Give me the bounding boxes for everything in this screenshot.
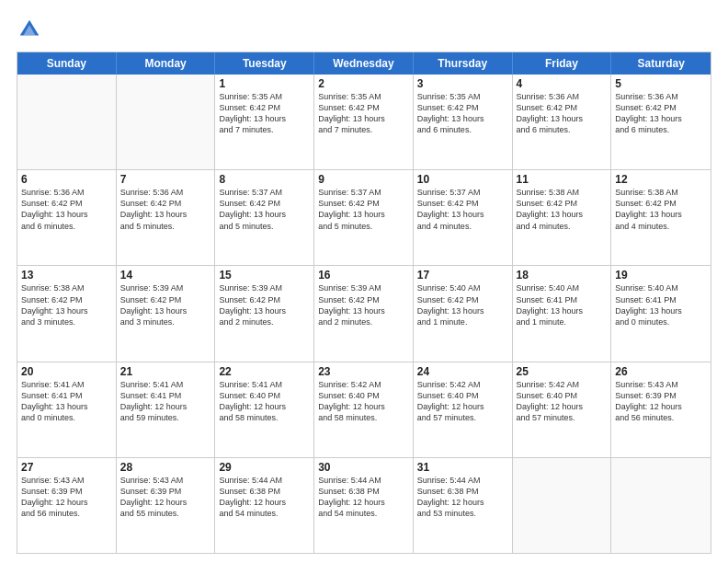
day-info: Sunrise: 5:41 AM Sunset: 6:41 PM Dayligh… <box>120 379 211 424</box>
day-number: 7 <box>120 173 211 186</box>
day-info: Sunrise: 5:44 AM Sunset: 6:38 PM Dayligh… <box>219 475 310 520</box>
calendar: SundayMondayTuesdayWednesdayThursdayFrid… <box>17 52 711 554</box>
day-info: Sunrise: 5:44 AM Sunset: 6:38 PM Dayligh… <box>417 475 508 520</box>
day-info: Sunrise: 5:38 AM Sunset: 6:42 PM Dayligh… <box>21 282 112 327</box>
day-info: Sunrise: 5:39 AM Sunset: 6:42 PM Dayligh… <box>120 282 211 327</box>
day-number: 28 <box>120 461 211 474</box>
day-cell-23: 23Sunrise: 5:42 AM Sunset: 6:40 PM Dayli… <box>314 362 414 457</box>
day-info: Sunrise: 5:37 AM Sunset: 6:42 PM Dayligh… <box>318 187 409 232</box>
day-cell-30: 30Sunrise: 5:44 AM Sunset: 6:38 PM Dayli… <box>314 458 414 553</box>
day-cell-8: 8Sunrise: 5:37 AM Sunset: 6:42 PM Daylig… <box>215 170 314 265</box>
day-cell-18: 18Sunrise: 5:40 AM Sunset: 6:41 PM Dayli… <box>513 266 612 361</box>
day-number: 9 <box>318 173 409 186</box>
header-day-thursday: Thursday <box>414 52 513 75</box>
day-info: Sunrise: 5:40 AM Sunset: 6:42 PM Dayligh… <box>417 282 508 327</box>
day-cell-14: 14Sunrise: 5:39 AM Sunset: 6:42 PM Dayli… <box>117 266 216 361</box>
day-cell-29: 29Sunrise: 5:44 AM Sunset: 6:38 PM Dayli… <box>215 458 314 553</box>
day-cell-27: 27Sunrise: 5:43 AM Sunset: 6:39 PM Dayli… <box>17 458 117 553</box>
day-cell-31: 31Sunrise: 5:44 AM Sunset: 6:38 PM Dayli… <box>414 458 513 553</box>
day-number: 17 <box>417 269 508 282</box>
day-number: 22 <box>219 365 310 378</box>
day-number: 12 <box>615 173 707 186</box>
day-info: Sunrise: 5:37 AM Sunset: 6:42 PM Dayligh… <box>417 187 508 232</box>
day-info: Sunrise: 5:42 AM Sunset: 6:40 PM Dayligh… <box>517 379 608 424</box>
day-number: 8 <box>219 173 310 186</box>
day-cell-26: 26Sunrise: 5:43 AM Sunset: 6:39 PM Dayli… <box>611 362 711 457</box>
day-number: 19 <box>615 269 707 282</box>
day-info: Sunrise: 5:44 AM Sunset: 6:38 PM Dayligh… <box>318 475 409 520</box>
day-number: 20 <box>21 365 112 378</box>
header-day-monday: Monday <box>117 52 216 75</box>
day-number: 30 <box>318 461 409 474</box>
day-number: 11 <box>517 173 608 186</box>
day-info: Sunrise: 5:35 AM Sunset: 6:42 PM Dayligh… <box>219 91 310 136</box>
day-number: 21 <box>120 365 211 378</box>
header <box>17 17 711 42</box>
day-info: Sunrise: 5:36 AM Sunset: 6:42 PM Dayligh… <box>120 187 211 232</box>
day-number: 25 <box>517 365 608 378</box>
page: SundayMondayTuesdayWednesdayThursdayFrid… <box>0 0 728 563</box>
day-info: Sunrise: 5:35 AM Sunset: 6:42 PM Dayligh… <box>318 91 409 136</box>
day-number: 4 <box>517 77 608 90</box>
day-info: Sunrise: 5:40 AM Sunset: 6:41 PM Dayligh… <box>615 282 707 327</box>
day-number: 15 <box>219 269 310 282</box>
day-cell-17: 17Sunrise: 5:40 AM Sunset: 6:42 PM Dayli… <box>414 266 513 361</box>
header-day-sunday: Sunday <box>17 52 117 75</box>
empty-cell <box>513 458 612 553</box>
day-number: 1 <box>219 77 310 90</box>
day-info: Sunrise: 5:37 AM Sunset: 6:42 PM Dayligh… <box>219 187 310 232</box>
logo-icon <box>17 17 42 42</box>
day-cell-20: 20Sunrise: 5:41 AM Sunset: 6:41 PM Dayli… <box>17 362 117 457</box>
day-cell-10: 10Sunrise: 5:37 AM Sunset: 6:42 PM Dayli… <box>414 170 513 265</box>
day-number: 24 <box>417 365 508 378</box>
day-number: 29 <box>219 461 310 474</box>
day-info: Sunrise: 5:42 AM Sunset: 6:40 PM Dayligh… <box>417 379 508 424</box>
day-info: Sunrise: 5:35 AM Sunset: 6:42 PM Dayligh… <box>417 91 508 136</box>
day-number: 26 <box>615 365 707 378</box>
day-cell-6: 6Sunrise: 5:36 AM Sunset: 6:42 PM Daylig… <box>17 170 117 265</box>
day-info: Sunrise: 5:36 AM Sunset: 6:42 PM Dayligh… <box>517 91 608 136</box>
week-row-4: 20Sunrise: 5:41 AM Sunset: 6:41 PM Dayli… <box>17 362 711 457</box>
day-number: 3 <box>417 77 508 90</box>
day-cell-21: 21Sunrise: 5:41 AM Sunset: 6:41 PM Dayli… <box>117 362 216 457</box>
day-number: 23 <box>318 365 409 378</box>
day-number: 2 <box>318 77 409 90</box>
day-cell-2: 2Sunrise: 5:35 AM Sunset: 6:42 PM Daylig… <box>314 75 414 169</box>
day-number: 18 <box>517 269 608 282</box>
calendar-body: 1Sunrise: 5:35 AM Sunset: 6:42 PM Daylig… <box>17 75 711 553</box>
day-cell-28: 28Sunrise: 5:43 AM Sunset: 6:39 PM Dayli… <box>117 458 216 553</box>
day-cell-11: 11Sunrise: 5:38 AM Sunset: 6:42 PM Dayli… <box>513 170 612 265</box>
day-number: 5 <box>615 77 707 90</box>
day-number: 6 <box>21 173 112 186</box>
day-info: Sunrise: 5:36 AM Sunset: 6:42 PM Dayligh… <box>21 187 112 232</box>
day-number: 27 <box>21 461 112 474</box>
day-cell-9: 9Sunrise: 5:37 AM Sunset: 6:42 PM Daylig… <box>314 170 414 265</box>
day-number: 13 <box>21 269 112 282</box>
day-info: Sunrise: 5:42 AM Sunset: 6:40 PM Dayligh… <box>318 379 409 424</box>
day-cell-12: 12Sunrise: 5:38 AM Sunset: 6:42 PM Dayli… <box>611 170 711 265</box>
day-info: Sunrise: 5:39 AM Sunset: 6:42 PM Dayligh… <box>219 282 310 327</box>
header-day-tuesday: Tuesday <box>215 52 314 75</box>
day-cell-24: 24Sunrise: 5:42 AM Sunset: 6:40 PM Dayli… <box>414 362 513 457</box>
week-row-5: 27Sunrise: 5:43 AM Sunset: 6:39 PM Dayli… <box>17 457 711 553</box>
week-row-3: 13Sunrise: 5:38 AM Sunset: 6:42 PM Dayli… <box>17 265 711 361</box>
day-cell-19: 19Sunrise: 5:40 AM Sunset: 6:41 PM Dayli… <box>611 266 711 361</box>
day-info: Sunrise: 5:43 AM Sunset: 6:39 PM Dayligh… <box>21 475 112 520</box>
calendar-header-row: SundayMondayTuesdayWednesdayThursdayFrid… <box>17 52 711 75</box>
day-info: Sunrise: 5:43 AM Sunset: 6:39 PM Dayligh… <box>615 379 707 424</box>
day-info: Sunrise: 5:41 AM Sunset: 6:41 PM Dayligh… <box>21 379 112 424</box>
day-cell-25: 25Sunrise: 5:42 AM Sunset: 6:40 PM Dayli… <box>513 362 612 457</box>
day-cell-1: 1Sunrise: 5:35 AM Sunset: 6:42 PM Daylig… <box>215 75 314 169</box>
empty-cell <box>117 75 216 169</box>
day-info: Sunrise: 5:36 AM Sunset: 6:42 PM Dayligh… <box>615 91 707 136</box>
day-info: Sunrise: 5:41 AM Sunset: 6:40 PM Dayligh… <box>219 379 310 424</box>
day-cell-5: 5Sunrise: 5:36 AM Sunset: 6:42 PM Daylig… <box>611 75 711 169</box>
day-info: Sunrise: 5:43 AM Sunset: 6:39 PM Dayligh… <box>120 475 211 520</box>
day-cell-3: 3Sunrise: 5:35 AM Sunset: 6:42 PM Daylig… <box>414 75 513 169</box>
day-info: Sunrise: 5:38 AM Sunset: 6:42 PM Dayligh… <box>615 187 707 232</box>
day-cell-7: 7Sunrise: 5:36 AM Sunset: 6:42 PM Daylig… <box>117 170 216 265</box>
day-number: 16 <box>318 269 409 282</box>
day-number: 31 <box>417 461 508 474</box>
day-cell-4: 4Sunrise: 5:36 AM Sunset: 6:42 PM Daylig… <box>513 75 612 169</box>
day-number: 10 <box>417 173 508 186</box>
